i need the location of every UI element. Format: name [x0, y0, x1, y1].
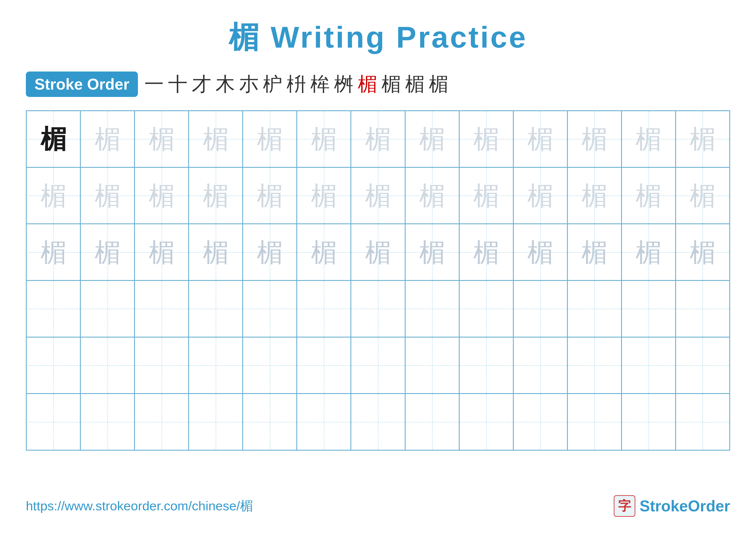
grid-cell[interactable]: 楣 [676, 224, 730, 280]
grid-cell[interactable]: 楣 [80, 224, 134, 280]
grid-cell[interactable]: 楣 [189, 111, 243, 167]
page: 楣 Writing Practice Stroke Order 一 十 才 木 … [0, 0, 756, 534]
grid-cell[interactable] [622, 337, 676, 394]
grid-cell[interactable]: 楣 [243, 224, 297, 280]
grid-cell[interactable]: 楣 [405, 111, 459, 167]
grid-cell[interactable]: 楣 [80, 111, 134, 167]
grid-cell[interactable]: 楣 [134, 224, 189, 280]
grid-cell[interactable] [80, 337, 134, 394]
title-char: 楣 [229, 20, 260, 54]
grid-cell[interactable] [622, 280, 676, 337]
grid-cell[interactable] [567, 280, 622, 337]
grid-cell[interactable]: 楣 [622, 167, 676, 224]
grid-cell[interactable] [405, 394, 459, 450]
stroke-13: 楣 [429, 71, 448, 97]
grid-cell[interactable] [26, 280, 80, 337]
grid-cell[interactable] [567, 337, 622, 394]
grid-cell[interactable]: 楣 [405, 224, 459, 280]
stroke-5: 朩 [239, 71, 258, 97]
grid-cell[interactable]: 楣 [459, 167, 513, 224]
grid-cell[interactable] [243, 280, 297, 337]
grid-cell[interactable] [351, 337, 405, 394]
grid-cell[interactable]: 楣 [26, 224, 80, 280]
grid-cell[interactable] [297, 394, 351, 450]
grid-cell[interactable]: 楣 [26, 111, 80, 167]
grid-cell[interactable] [243, 394, 297, 450]
grid-cell[interactable] [80, 394, 134, 450]
grid-cell[interactable] [189, 394, 243, 450]
grid-cell[interactable]: 楣 [80, 167, 134, 224]
stroke-6: 枦 [263, 71, 282, 97]
grid-cell[interactable]: 楣 [351, 111, 405, 167]
stroke-chars: 一 十 才 木 朩 枦 枡 桙 桝 楣 楣 楣 楣 [145, 71, 448, 97]
grid-cell[interactable]: 楣 [243, 111, 297, 167]
grid-cell[interactable] [567, 394, 622, 450]
grid-cell[interactable]: 楣 [134, 167, 189, 224]
grid-cell[interactable] [351, 394, 405, 450]
stroke-order-badge: Stroke Order [26, 71, 138, 97]
grid-cell[interactable]: 楣 [189, 167, 243, 224]
stroke-10: 楣 [358, 71, 377, 97]
grid-cell[interactable]: 楣 [351, 167, 405, 224]
grid-cell[interactable] [297, 280, 351, 337]
grid-cell[interactable] [134, 280, 189, 337]
stroke-12: 楣 [405, 71, 424, 97]
grid-cell[interactable]: 楣 [189, 224, 243, 280]
grid-cell[interactable] [134, 337, 189, 394]
grid-cell[interactable]: 楣 [26, 167, 80, 224]
stroke-9: 桝 [334, 71, 353, 97]
grid-cell[interactable]: 楣 [513, 224, 567, 280]
stroke-order-row: Stroke Order 一 十 才 木 朩 枦 枡 桙 桝 楣 楣 楣 楣 [26, 71, 730, 97]
grid-cell[interactable] [351, 280, 405, 337]
grid-cell[interactable]: 楣 [513, 111, 567, 167]
grid-cell[interactable]: 楣 [243, 167, 297, 224]
grid-cell[interactable] [405, 337, 459, 394]
grid-cell[interactable] [676, 337, 730, 394]
practice-grid: 楣楣楣楣楣楣楣楣楣楣楣楣楣楣楣楣楣楣楣楣楣楣楣楣楣楣楣楣楣楣楣楣楣楣楣楣楣楣楣 [26, 110, 730, 451]
grid-cell[interactable] [459, 337, 513, 394]
grid-cell[interactable]: 楣 [567, 167, 622, 224]
grid-cell[interactable]: 楣 [676, 111, 730, 167]
grid-cell[interactable]: 楣 [297, 167, 351, 224]
grid-cell[interactable]: 楣 [622, 111, 676, 167]
grid-cell[interactable]: 楣 [622, 224, 676, 280]
grid-cell[interactable] [297, 337, 351, 394]
stroke-2: 十 [168, 71, 187, 97]
page-title: 楣 Writing Practice [26, 17, 730, 58]
stroke-4: 木 [216, 71, 235, 97]
grid-cell[interactable]: 楣 [297, 111, 351, 167]
grid-cell[interactable]: 楣 [134, 111, 189, 167]
grid-cell[interactable] [513, 280, 567, 337]
grid-cell[interactable] [676, 280, 730, 337]
footer: https://www.strokeorder.com/chinese/楣 字 … [26, 495, 730, 517]
grid-cell[interactable] [513, 337, 567, 394]
footer-url: https://www.strokeorder.com/chinese/楣 [26, 497, 253, 515]
logo-stroke: Stroke [640, 497, 688, 515]
grid-cell[interactable] [243, 337, 297, 394]
grid-cell[interactable] [513, 394, 567, 450]
grid-cell[interactable]: 楣 [459, 224, 513, 280]
grid-cell[interactable] [459, 280, 513, 337]
grid-cell[interactable]: 楣 [297, 224, 351, 280]
grid-cell[interactable]: 楣 [676, 167, 730, 224]
logo-order: Order [688, 497, 730, 515]
grid-cell[interactable] [26, 337, 80, 394]
grid-cell[interactable] [459, 394, 513, 450]
grid-cell[interactable] [622, 394, 676, 450]
footer-logo: 字 StrokeOrder [614, 495, 730, 517]
grid-cell[interactable]: 楣 [351, 224, 405, 280]
grid-cell[interactable]: 楣 [513, 167, 567, 224]
grid-cell[interactable] [134, 394, 189, 450]
grid-cell[interactable] [405, 280, 459, 337]
stroke-3: 才 [192, 71, 211, 97]
logo-text: StrokeOrder [640, 497, 730, 515]
grid-cell[interactable]: 楣 [567, 224, 622, 280]
grid-cell[interactable] [26, 394, 80, 450]
grid-cell[interactable]: 楣 [459, 111, 513, 167]
grid-cell[interactable] [80, 280, 134, 337]
grid-cell[interactable]: 楣 [567, 111, 622, 167]
grid-cell[interactable] [189, 337, 243, 394]
grid-cell[interactable] [189, 280, 243, 337]
grid-cell[interactable] [676, 394, 730, 450]
grid-cell[interactable]: 楣 [405, 167, 459, 224]
